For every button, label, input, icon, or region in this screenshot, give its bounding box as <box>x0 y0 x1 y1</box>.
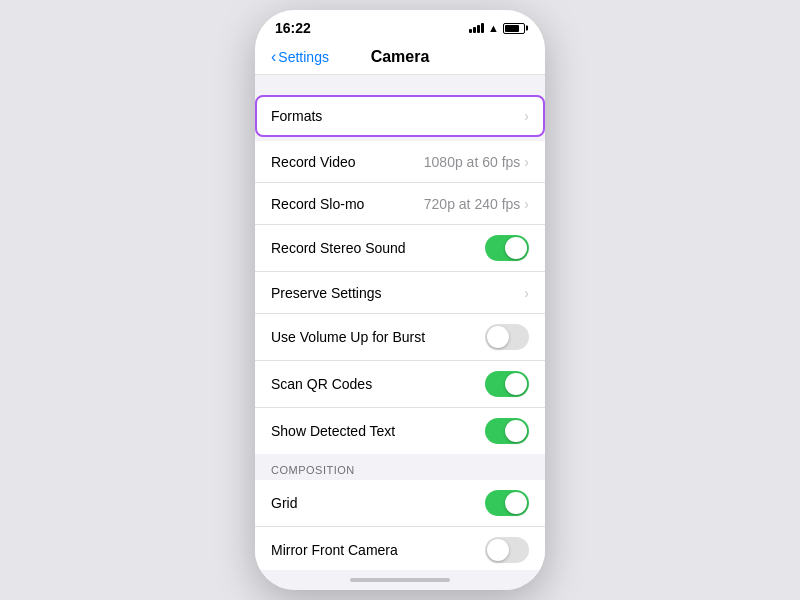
record-slomo-value: 720p at 240 fps › <box>424 196 529 212</box>
record-stereo-row: Record Stereo Sound <box>255 225 545 272</box>
mirror-camera-toggle[interactable] <box>485 537 529 563</box>
record-stereo-toggle[interactable] <box>485 235 529 261</box>
mirror-camera-label: Mirror Front Camera <box>271 542 398 558</box>
back-button[interactable]: ‹ Settings <box>271 48 329 66</box>
video-section: Record Video 1080p at 60 fps › Record Sl… <box>255 141 545 454</box>
grid-row: Grid <box>255 480 545 527</box>
formats-row[interactable]: Formats › <box>255 95 545 137</box>
settings-content: Formats › Record Video 1080p at 60 fps ›… <box>255 75 545 570</box>
record-slomo-chevron-icon: › <box>524 196 529 212</box>
preserve-chevron-icon: › <box>524 285 529 301</box>
page-title: Camera <box>371 48 430 66</box>
back-chevron-icon: ‹ <box>271 48 276 66</box>
composition-section-label: COMPOSITION <box>255 460 545 480</box>
grid-toggle[interactable] <box>485 490 529 516</box>
scan-qr-label: Scan QR Codes <box>271 376 372 392</box>
wifi-icon: ▲ <box>488 22 499 34</box>
phone-frame: 16:22 ▲ ‹ Settings Camera Formats <box>255 10 545 590</box>
status-bar: 16:22 ▲ <box>255 10 545 42</box>
show-detected-text-toggle[interactable] <box>485 418 529 444</box>
record-slomo-row[interactable]: Record Slo-mo 720p at 240 fps › <box>255 183 545 225</box>
record-slomo-label: Record Slo-mo <box>271 196 364 212</box>
composition-section: Grid Mirror Front Camera View Outside th… <box>255 480 545 570</box>
battery-icon <box>503 23 525 34</box>
volume-burst-label: Use Volume Up for Burst <box>271 329 425 345</box>
home-indicator <box>255 570 545 590</box>
home-bar <box>350 578 450 582</box>
preserve-settings-label: Preserve Settings <box>271 285 382 301</box>
grid-label: Grid <box>271 495 297 511</box>
volume-burst-row: Use Volume Up for Burst <box>255 314 545 361</box>
record-video-row[interactable]: Record Video 1080p at 60 fps › <box>255 141 545 183</box>
record-stereo-label: Record Stereo Sound <box>271 240 406 256</box>
back-label: Settings <box>278 49 329 65</box>
scan-qr-row: Scan QR Codes <box>255 361 545 408</box>
signal-bars-icon <box>469 23 484 33</box>
preserve-settings-row[interactable]: Preserve Settings › <box>255 272 545 314</box>
show-detected-text-row: Show Detected Text <box>255 408 545 454</box>
status-icons: ▲ <box>469 22 525 34</box>
show-detected-text-label: Show Detected Text <box>271 423 395 439</box>
nav-bar: ‹ Settings Camera <box>255 42 545 75</box>
formats-label: Formats <box>271 108 322 124</box>
volume-burst-toggle[interactable] <box>485 324 529 350</box>
record-video-label: Record Video <box>271 154 356 170</box>
preserve-settings-value: › <box>524 285 529 301</box>
status-time: 16:22 <box>275 20 311 36</box>
formats-chevron-icon: › <box>524 108 529 124</box>
mirror-camera-row: Mirror Front Camera <box>255 527 545 570</box>
record-video-chevron-icon: › <box>524 154 529 170</box>
scan-qr-toggle[interactable] <box>485 371 529 397</box>
record-video-value: 1080p at 60 fps › <box>424 154 529 170</box>
